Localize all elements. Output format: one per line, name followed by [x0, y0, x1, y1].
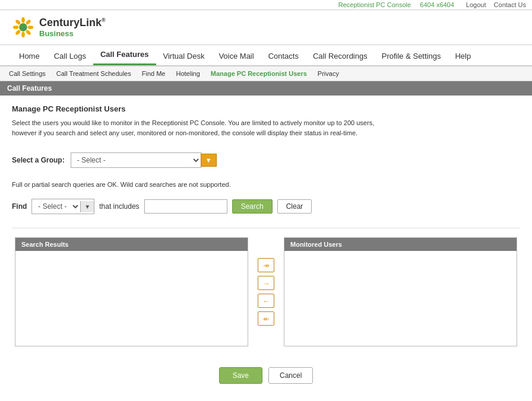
nav-home[interactable]: Home: [12, 47, 47, 65]
page-description: Select the users you would like to monit…: [12, 118, 520, 138]
svg-point-2: [25, 19, 31, 26]
arrow-buttons: ↠ → ← ↞: [254, 237, 278, 346]
find-select[interactable]: - Select -: [32, 199, 80, 214]
find-select-wrapper: - Select - ▼: [31, 199, 94, 214]
search-button[interactable]: Search: [232, 199, 273, 214]
search-results-panel: Search Results: [15, 237, 248, 346]
logo-text: CenturyLink® Business: [39, 17, 106, 38]
svg-point-1: [21, 17, 25, 23]
find-text-input[interactable]: [144, 199, 227, 214]
svg-point-9: [19, 23, 27, 31]
move-right-btn[interactable]: →: [258, 276, 274, 290]
move-all-left-btn[interactable]: ↞: [258, 311, 274, 326]
nav-help[interactable]: Help: [448, 47, 478, 65]
console-label: Receptionist PC Console: [338, 1, 411, 8]
clear-button[interactable]: Clear: [277, 199, 312, 214]
extension-info: 6404 x6404: [420, 1, 454, 8]
that-includes-label: that includes: [99, 202, 139, 211]
page-title: Manage PC Receptionist Users: [12, 104, 520, 113]
top-bar: Receptionist PC Console 6404 x6404 Logou…: [0, 0, 532, 10]
save-button[interactable]: Save: [219, 367, 262, 384]
logout-link[interactable]: Logout: [466, 1, 486, 8]
search-results-title: Search Results: [21, 241, 68, 248]
cancel-button[interactable]: Cancel: [268, 367, 313, 384]
nav-profile-settings[interactable]: Profile & Settings: [375, 47, 448, 65]
search-results-body: [15, 251, 248, 346]
subnav-hoteling[interactable]: Hoteling: [176, 70, 200, 77]
search-note-text: Full or partial search queries are OK. W…: [12, 181, 231, 188]
logo-name: CenturyLink®: [39, 17, 106, 29]
subnav-call-settings[interactable]: Call Settings: [9, 70, 46, 77]
move-all-right-btn[interactable]: ↠: [258, 258, 274, 272]
logo: CenturyLink® Business: [12, 16, 106, 39]
divider: [12, 228, 520, 228]
nav-call-features[interactable]: Call Features: [93, 45, 156, 65]
logo-subtitle: Business: [39, 29, 106, 38]
content-area: Manage PC Receptionist Users Select the …: [0, 96, 532, 355]
desc-line2: however if you search and select any use…: [12, 129, 357, 136]
svg-point-6: [15, 29, 21, 36]
transfer-area: Search Results ↠ → ← ↞ Monitored Users: [15, 237, 517, 346]
nav-contacts[interactable]: Contacts: [261, 47, 306, 65]
subnav-privacy[interactable]: Privacy: [318, 70, 339, 77]
select-group-label: Select a Group:: [12, 156, 65, 164]
console-info: Receptionist PC Console 6404 x6404: [338, 1, 454, 8]
sub-nav: Call Settings Call Treatment Schedules F…: [0, 66, 532, 81]
section-header: Call Features: [0, 81, 532, 96]
svg-point-4: [25, 29, 31, 36]
monitored-users-panel: Monitored Users: [284, 237, 517, 346]
svg-point-3: [28, 26, 34, 29]
monitored-users-title: Monitored Users: [290, 241, 342, 248]
move-left-btn[interactable]: ←: [258, 294, 274, 308]
monitored-users-header: Monitored Users: [284, 238, 517, 251]
search-note: Full or partial search queries are OK. W…: [12, 181, 520, 188]
section-header-label: Call Features: [7, 84, 52, 93]
group-select-dropdown-btn[interactable]: ▼: [201, 154, 217, 167]
svg-point-5: [21, 32, 25, 38]
top-links: Logout Contact Us: [460, 1, 526, 8]
monitored-users-body: [284, 251, 517, 346]
header: CenturyLink® Business: [0, 10, 532, 45]
sunflower-logo-icon: [12, 16, 34, 39]
bottom-buttons: Save Cancel: [0, 355, 532, 390]
nav-call-recordings[interactable]: Call Recordings: [306, 47, 375, 65]
select-group-row: Select a Group: - Select - ▼: [12, 147, 520, 174]
search-results-header: Search Results: [15, 238, 248, 251]
svg-point-8: [15, 19, 21, 26]
subnav-call-treatment[interactable]: Call Treatment Schedules: [56, 70, 131, 77]
nav-virtual-desk[interactable]: Virtual Desk: [156, 47, 212, 65]
group-select[interactable]: - Select -: [71, 152, 201, 168]
subnav-find-me[interactable]: Find Me: [142, 70, 166, 77]
select-group-wrapper: - Select - ▼: [71, 152, 217, 168]
main-nav: Home Call Logs Call Features Virtual Des…: [0, 45, 532, 66]
nav-voice-mail[interactable]: Voice Mail: [211, 47, 261, 65]
contact-us-link[interactable]: Contact Us: [494, 1, 526, 8]
find-row: Find - Select - ▼ that includes Search C…: [12, 194, 520, 219]
find-dropdown-icon[interactable]: ▼: [80, 201, 94, 212]
find-label: Find: [12, 202, 27, 211]
svg-point-7: [13, 26, 19, 29]
subnav-manage-users[interactable]: Manage PC Receptionist Users: [211, 70, 307, 77]
nav-call-logs[interactable]: Call Logs: [47, 47, 93, 65]
desc-line1: Select the users you would like to monit…: [12, 119, 374, 126]
